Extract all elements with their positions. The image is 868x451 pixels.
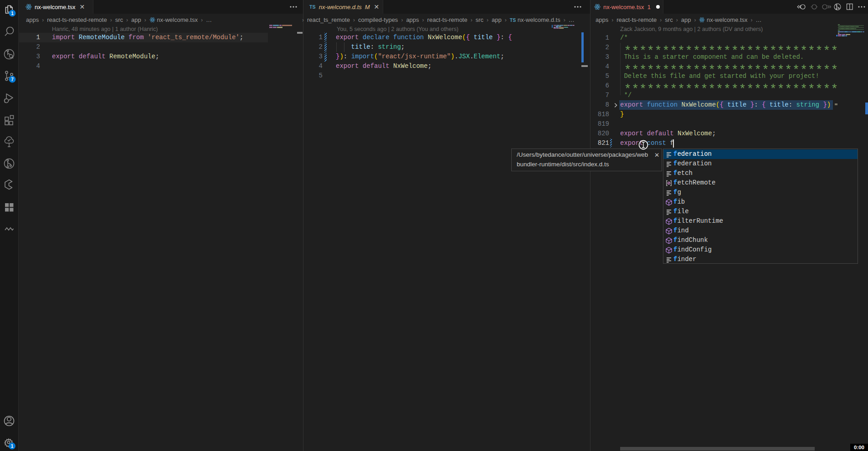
svg-text:7: 7 — [11, 77, 14, 82]
svg-text:1: 1 — [11, 444, 14, 449]
svg-text:1: 1 — [11, 11, 14, 16]
